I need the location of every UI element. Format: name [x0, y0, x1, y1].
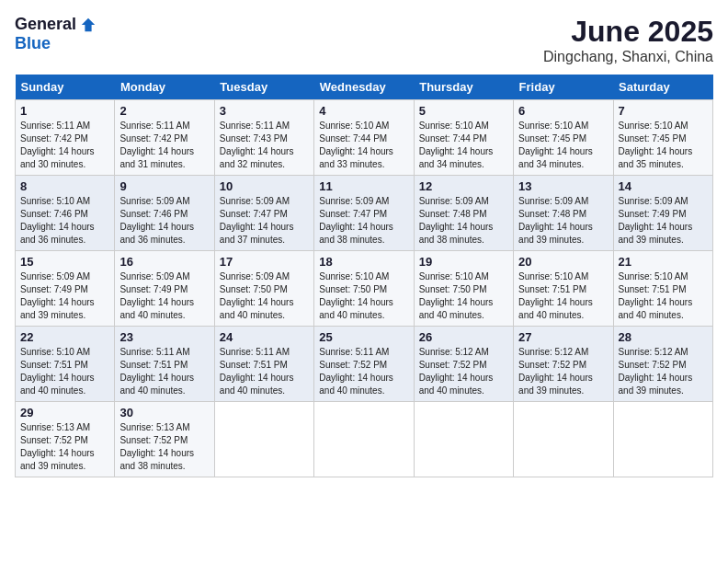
day-number: 4	[319, 104, 408, 118]
header-sunday: Sunday	[16, 75, 115, 100]
header-wednesday: Wednesday	[314, 75, 414, 100]
day-info: Sunrise: 5:10 AMSunset: 7:51 PMDaylight:…	[20, 346, 109, 397]
day-number: 16	[119, 255, 209, 269]
day-number: 9	[119, 179, 209, 193]
calendar-cell	[314, 402, 414, 477]
calendar-cell: 13Sunrise: 5:09 AMSunset: 7:48 PMDayligh…	[514, 176, 613, 251]
calendar-cell: 27Sunrise: 5:12 AMSunset: 7:52 PMDayligh…	[514, 327, 613, 402]
day-info: Sunrise: 5:10 AMSunset: 7:44 PMDaylight:…	[319, 120, 408, 171]
calendar-body: 1Sunrise: 5:11 AMSunset: 7:42 PMDaylight…	[16, 100, 713, 477]
calendar-cell: 29Sunrise: 5:13 AMSunset: 7:52 PMDayligh…	[16, 402, 115, 477]
calendar-week-5: 29Sunrise: 5:13 AMSunset: 7:52 PMDayligh…	[16, 402, 713, 477]
day-number: 26	[419, 330, 508, 344]
calendar-cell: 26Sunrise: 5:12 AMSunset: 7:52 PMDayligh…	[414, 327, 513, 402]
calendar-week-2: 8Sunrise: 5:10 AMSunset: 7:46 PMDaylight…	[16, 176, 713, 251]
calendar-table: SundayMondayTuesdayWednesdayThursdayFrid…	[15, 75, 713, 477]
calendar-cell: 5Sunrise: 5:10 AMSunset: 7:44 PMDaylight…	[414, 100, 513, 176]
day-info: Sunrise: 5:09 AMSunset: 7:46 PMDaylight:…	[119, 195, 209, 247]
calendar-cell: 8Sunrise: 5:10 AMSunset: 7:46 PMDaylight…	[16, 176, 115, 251]
calendar-cell: 12Sunrise: 5:09 AMSunset: 7:48 PMDayligh…	[414, 176, 513, 251]
day-info: Sunrise: 5:10 AMSunset: 7:51 PMDaylight:…	[518, 270, 608, 322]
calendar-week-1: 1Sunrise: 5:11 AMSunset: 7:42 PMDaylight…	[16, 100, 713, 176]
day-info: Sunrise: 5:10 AMSunset: 7:51 PMDaylight:…	[619, 270, 708, 322]
day-info: Sunrise: 5:10 AMSunset: 7:45 PMDaylight:…	[518, 120, 608, 171]
calendar-cell: 10Sunrise: 5:09 AMSunset: 7:47 PMDayligh…	[214, 176, 313, 251]
day-number: 6	[518, 104, 608, 118]
month-title: June 2025	[543, 15, 713, 49]
day-info: Sunrise: 5:12 AMSunset: 7:52 PMDaylight:…	[619, 346, 708, 397]
calendar-cell	[214, 402, 313, 477]
calendar-cell: 6Sunrise: 5:10 AMSunset: 7:45 PMDaylight…	[514, 100, 613, 176]
day-number: 14	[619, 179, 708, 193]
calendar-cell: 22Sunrise: 5:10 AMSunset: 7:51 PMDayligh…	[16, 327, 115, 402]
day-number: 20	[518, 255, 608, 269]
day-number: 10	[220, 179, 309, 193]
day-number: 2	[119, 104, 209, 118]
day-info: Sunrise: 5:09 AMSunset: 7:47 PMDaylight:…	[220, 195, 309, 247]
day-number: 28	[619, 330, 708, 344]
calendar-header-row: SundayMondayTuesdayWednesdayThursdayFrid…	[16, 75, 713, 100]
day-number: 5	[419, 104, 508, 118]
day-info: Sunrise: 5:13 AMSunset: 7:52 PMDaylight:…	[119, 421, 209, 473]
calendar-cell: 16Sunrise: 5:09 AMSunset: 7:49 PMDayligh…	[115, 251, 214, 327]
day-number: 19	[419, 255, 508, 269]
day-number: 23	[119, 330, 209, 344]
day-info: Sunrise: 5:09 AMSunset: 7:49 PMDaylight:…	[619, 195, 708, 247]
day-number: 1	[20, 104, 109, 118]
header-tuesday: Tuesday	[214, 75, 313, 100]
calendar-cell: 1Sunrise: 5:11 AMSunset: 7:42 PMDaylight…	[16, 100, 115, 176]
day-number: 29	[20, 406, 109, 419]
calendar-cell: 11Sunrise: 5:09 AMSunset: 7:47 PMDayligh…	[314, 176, 414, 251]
calendar-cell: 3Sunrise: 5:11 AMSunset: 7:43 PMDaylight…	[214, 100, 313, 176]
calendar-cell: 2Sunrise: 5:11 AMSunset: 7:42 PMDaylight…	[115, 100, 214, 176]
calendar-cell: 23Sunrise: 5:11 AMSunset: 7:51 PMDayligh…	[115, 327, 214, 402]
logo-icon	[80, 17, 97, 33]
calendar-cell: 30Sunrise: 5:13 AMSunset: 7:52 PMDayligh…	[115, 402, 214, 477]
day-info: Sunrise: 5:11 AMSunset: 7:42 PMDaylight:…	[20, 120, 109, 171]
day-number: 8	[20, 179, 109, 193]
day-number: 27	[518, 330, 608, 344]
day-info: Sunrise: 5:09 AMSunset: 7:48 PMDaylight:…	[419, 195, 508, 247]
calendar-cell	[613, 402, 712, 477]
calendar-cell: 7Sunrise: 5:10 AMSunset: 7:45 PMDaylight…	[613, 100, 712, 176]
calendar-cell: 28Sunrise: 5:12 AMSunset: 7:52 PMDayligh…	[613, 327, 712, 402]
calendar-cell: 25Sunrise: 5:11 AMSunset: 7:52 PMDayligh…	[314, 327, 414, 402]
calendar-cell	[514, 402, 613, 477]
calendar-cell: 19Sunrise: 5:10 AMSunset: 7:50 PMDayligh…	[414, 251, 513, 327]
day-info: Sunrise: 5:10 AMSunset: 7:50 PMDaylight:…	[319, 270, 408, 322]
day-number: 25	[319, 330, 408, 344]
header-saturday: Saturday	[613, 75, 712, 100]
day-number: 22	[20, 330, 109, 344]
day-number: 24	[220, 330, 309, 344]
logo: General Blue	[15, 15, 97, 53]
day-info: Sunrise: 5:12 AMSunset: 7:52 PMDaylight:…	[419, 346, 508, 397]
day-info: Sunrise: 5:10 AMSunset: 7:50 PMDaylight:…	[419, 270, 508, 322]
day-info: Sunrise: 5:09 AMSunset: 7:47 PMDaylight:…	[319, 195, 408, 247]
day-info: Sunrise: 5:10 AMSunset: 7:45 PMDaylight:…	[619, 120, 708, 171]
calendar-cell: 4Sunrise: 5:10 AMSunset: 7:44 PMDaylight…	[314, 100, 414, 176]
day-info: Sunrise: 5:09 AMSunset: 7:48 PMDaylight:…	[518, 195, 608, 247]
day-info: Sunrise: 5:11 AMSunset: 7:43 PMDaylight:…	[220, 120, 309, 171]
day-info: Sunrise: 5:11 AMSunset: 7:52 PMDaylight:…	[319, 346, 408, 397]
day-info: Sunrise: 5:09 AMSunset: 7:49 PMDaylight:…	[20, 270, 109, 322]
day-number: 7	[619, 104, 708, 118]
day-number: 15	[20, 255, 109, 269]
day-number: 17	[220, 255, 309, 269]
header-friday: Friday	[514, 75, 613, 100]
calendar-cell	[414, 402, 513, 477]
day-info: Sunrise: 5:12 AMSunset: 7:52 PMDaylight:…	[518, 346, 608, 397]
day-number: 30	[119, 406, 209, 419]
day-number: 3	[220, 104, 309, 118]
header-thursday: Thursday	[414, 75, 513, 100]
calendar-cell: 24Sunrise: 5:11 AMSunset: 7:51 PMDayligh…	[214, 327, 313, 402]
day-info: Sunrise: 5:09 AMSunset: 7:50 PMDaylight:…	[220, 270, 309, 322]
logo-general: General	[15, 15, 76, 34]
day-info: Sunrise: 5:10 AMSunset: 7:46 PMDaylight:…	[20, 195, 109, 247]
calendar-cell: 14Sunrise: 5:09 AMSunset: 7:49 PMDayligh…	[613, 176, 712, 251]
calendar-week-3: 15Sunrise: 5:09 AMSunset: 7:49 PMDayligh…	[16, 251, 713, 327]
calendar-cell: 15Sunrise: 5:09 AMSunset: 7:49 PMDayligh…	[16, 251, 115, 327]
day-number: 11	[319, 179, 408, 193]
svg-marker-0	[82, 17, 95, 30]
day-info: Sunrise: 5:13 AMSunset: 7:52 PMDaylight:…	[20, 421, 109, 473]
day-info: Sunrise: 5:10 AMSunset: 7:44 PMDaylight:…	[419, 120, 508, 171]
